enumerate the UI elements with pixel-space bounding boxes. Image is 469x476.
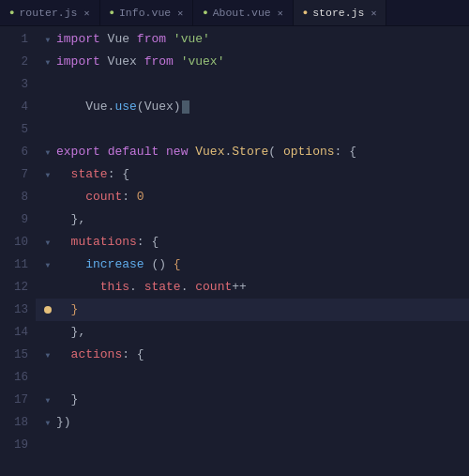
line-8: count: 0 — [36, 186, 469, 208]
tab-close-info[interactable]: ✕ — [177, 8, 183, 19]
code-text-11: increase () { — [56, 253, 469, 276]
tab-label-about: About.vue — [213, 7, 271, 19]
line-18: ▼ }) — [36, 411, 469, 434]
line-4: Vue.use(Vuex) — [36, 96, 469, 118]
line-16 — [36, 366, 469, 389]
tab-info-vue[interactable]: ● Info.vue ✕ — [100, 0, 194, 25]
tab-label-router: router.js — [19, 7, 77, 19]
tab-close-store[interactable]: ✕ — [371, 8, 376, 19]
gutter-1: ▼ — [39, 36, 56, 44]
tab-router-js[interactable]: ● router.js ✕ — [0, 0, 100, 25]
line-numbers: 1 2 3 4 5 6 7 8 9 10 11 12 13 14 15 16 1… — [0, 26, 36, 476]
line-17: ▼ } — [36, 389, 469, 411]
line-3 — [36, 73, 469, 96]
code-text-6: export default new Vuex.Store( options: … — [56, 141, 469, 163]
code-text-8: count: 0 — [56, 186, 469, 208]
collapse-icon-11[interactable]: ▼ — [46, 261, 51, 269]
collapse-icon-1[interactable]: ▼ — [46, 36, 51, 44]
tab-close-router[interactable]: ✕ — [84, 8, 90, 19]
code-text-18: }) — [56, 411, 469, 434]
collapse-icon-17[interactable]: ▼ — [46, 396, 51, 405]
tab-close-about[interactable]: ✕ — [278, 8, 283, 19]
code-text-13: } — [56, 299, 469, 321]
tab-icon-router: ● — [9, 8, 14, 18]
gutter-11: ▼ — [39, 261, 56, 269]
line-13: } — [36, 299, 469, 321]
code-text-17: } — [56, 389, 469, 411]
collapse-icon-2[interactable]: ▼ — [46, 58, 51, 67]
line-10: ▼ mutations: { — [36, 231, 469, 253]
editor-window: ● router.js ✕ ● Info.vue ✕ ● About.vue ✕… — [0, 0, 469, 476]
gutter-7: ▼ — [39, 171, 56, 179]
tab-about-vue[interactable]: ● About.vue ✕ — [193, 0, 294, 25]
gutter-6: ▼ — [39, 148, 56, 157]
code-text-1: import Vue from 'vue' — [56, 28, 469, 51]
collapse-icon-6[interactable]: ▼ — [46, 148, 51, 157]
line-5 — [36, 118, 469, 141]
collapse-icon-18[interactable]: ▼ — [46, 419, 51, 427]
code-editor[interactable]: 1 2 3 4 5 6 7 8 9 10 11 12 13 14 15 16 1… — [0, 26, 469, 476]
tab-icon-store: ● — [303, 8, 308, 18]
collapse-icon-10[interactable]: ▼ — [46, 238, 51, 247]
collapse-icon-7[interactable]: ▼ — [46, 171, 51, 179]
code-text-14: }, — [56, 321, 469, 344]
tab-bar: ● router.js ✕ ● Info.vue ✕ ● About.vue ✕… — [0, 0, 469, 26]
code-text-10: mutations: { — [56, 231, 469, 253]
line-11: ▼ increase () { — [36, 253, 469, 276]
code-text-15: actions: { — [56, 344, 469, 366]
tab-store-js[interactable]: ● store.js ✕ — [294, 0, 387, 25]
breakpoint-icon-13 — [44, 306, 52, 314]
gutter-18: ▼ — [39, 419, 56, 427]
line-9: }, — [36, 208, 469, 231]
tab-label-store: store.js — [312, 7, 364, 19]
line-15: ▼ actions: { — [36, 344, 469, 366]
gutter-10: ▼ — [39, 238, 56, 247]
line-12: this. state. count++ — [36, 276, 469, 299]
collapse-icon-15[interactable]: ▼ — [46, 351, 51, 360]
code-text-7: state: { — [56, 163, 469, 186]
line-6: ▼ export default new Vuex.Store( options… — [36, 141, 469, 163]
line-7: ▼ state: { — [36, 163, 469, 186]
gutter-17: ▼ — [39, 396, 56, 405]
gutter-2: ▼ — [39, 58, 56, 67]
line-14: }, — [36, 321, 469, 344]
tab-icon-about: ● — [203, 8, 207, 18]
line-19 — [36, 434, 469, 456]
gutter-13 — [39, 306, 56, 314]
line-2: ▼ import Vuex from 'vuex' — [36, 51, 469, 73]
code-text-9: }, — [56, 208, 469, 231]
tab-icon-info: ● — [110, 8, 114, 18]
gutter-15: ▼ — [39, 351, 56, 360]
code-text-4: Vue.use(Vuex) — [56, 96, 469, 118]
tab-label-info: Info.vue — [119, 7, 171, 19]
code-lines: ▼ import Vue from 'vue' ▼ import Vuex fr… — [36, 26, 469, 476]
line-1: ▼ import Vue from 'vue' — [36, 28, 469, 51]
code-text-2: import Vuex from 'vuex' — [56, 51, 469, 73]
code-text-12: this. state. count++ — [56, 276, 469, 299]
